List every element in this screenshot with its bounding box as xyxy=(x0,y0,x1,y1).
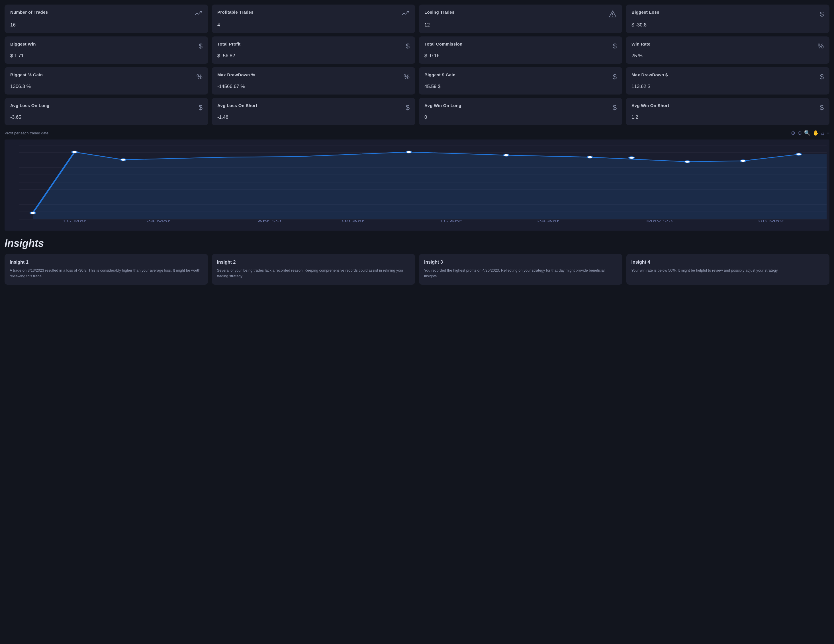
stat-total-profit: Total Profit $ $ -56.82 xyxy=(212,36,415,64)
stat-label-max-drawdown-pct: Max DrawDown % xyxy=(217,72,255,77)
stat-total-commission: Total Commission $ $ -0.16 xyxy=(419,36,622,64)
stat-value-avg-win-long: 0 xyxy=(424,115,617,120)
insights-section: Insights Insight 1 A trade on 3/13/2023 … xyxy=(5,237,829,285)
svg-point-41 xyxy=(684,161,690,163)
insight-text-3: You recorded the highest profits on 4/20… xyxy=(424,268,617,279)
stat-losing-trades: Losing Trades 12 xyxy=(419,5,622,33)
insight-card-4: Insight 4 Your win rate is below 50%. It… xyxy=(626,254,830,285)
svg-text:16 Apr: 16 Apr xyxy=(440,219,462,222)
stat-value-avg-loss-long: -3.65 xyxy=(10,115,202,120)
stat-label-biggest-dollar-gain: Biggest $ Gain xyxy=(424,72,456,77)
stat-label-trades: Number of Trades xyxy=(10,10,48,15)
trades-icon xyxy=(194,10,202,18)
svg-text:24 Mar: 24 Mar xyxy=(146,219,170,222)
insight-card-3: Insight 3 You recorded the highest profi… xyxy=(419,254,622,285)
stats-row-4: Avg Loss On Long $ -3.65 Avg Loss On Sho… xyxy=(5,98,829,125)
chart-section: Profit per each traded date ⊕ ⊖ 🔍 ✋ ⌂ ≡ … xyxy=(5,129,829,231)
stat-label-biggest-pct-gain: Biggest % Gain xyxy=(10,72,43,77)
stat-label-win-rate: Win Rate xyxy=(632,42,650,47)
insight-label-3: Insight 3 xyxy=(424,260,617,265)
max-drawdown-pct-icon: % xyxy=(404,73,410,81)
total-profit-icon: $ xyxy=(406,42,410,50)
svg-point-40 xyxy=(629,157,635,159)
stat-value-avg-win-short: 1.2 xyxy=(632,115,824,120)
stat-value-biggest-loss: $ -30.8 xyxy=(632,22,824,28)
stat-avg-win-long: Avg Win On Long $ 0 xyxy=(419,98,622,125)
stat-biggest-pct-gain: Biggest % Gain % 1306.3 % xyxy=(5,67,208,95)
avg-win-short-icon: $ xyxy=(820,103,824,111)
stat-biggest-loss: Biggest Loss $ $ -30.8 xyxy=(626,5,829,33)
stat-number-of-trades: Number of Trades 16 xyxy=(5,5,208,33)
biggest-loss-icon: $ xyxy=(820,10,824,18)
stat-avg-loss-long: Avg Loss On Long $ -3.65 xyxy=(5,98,208,125)
pan-icon[interactable]: ✋ xyxy=(813,130,819,136)
avg-win-long-icon: $ xyxy=(613,103,617,111)
svg-point-38 xyxy=(504,154,509,156)
insight-text-2: Several of your losing trades lack a rec… xyxy=(217,268,410,279)
insights-grid: Insight 1 A trade on 3/13/2023 resulted … xyxy=(5,254,829,285)
stat-value-biggest-dollar-gain: 45.59 $ xyxy=(424,84,617,89)
chart-svg: 5.90 0.56 -4.79 -10.14 -15.49 -20.84 -26… xyxy=(19,142,827,222)
stat-label-losing: Losing Trades xyxy=(424,10,454,15)
profitable-icon xyxy=(402,10,410,18)
avg-loss-short-icon: $ xyxy=(406,103,410,111)
stats-row-2: Biggest Win $ $ 1.71 Total Profit $ $ -5… xyxy=(5,36,829,64)
max-drawdown-dollar-icon: $ xyxy=(820,73,824,81)
stat-label-avg-win-long: Avg Win On Long xyxy=(424,103,461,108)
zoom-out-icon[interactable]: ⊖ xyxy=(798,130,802,136)
stat-value-max-drawdown-pct: -14566.67 % xyxy=(217,84,410,89)
win-rate-icon: % xyxy=(818,42,824,50)
biggest-pct-gain-icon: % xyxy=(197,73,202,81)
svg-point-35 xyxy=(72,151,78,153)
stat-label-total-profit: Total Profit xyxy=(217,42,241,47)
stat-avg-win-short: Avg Win On Short $ 1.2 xyxy=(626,98,829,125)
stat-value-win-rate: 25 % xyxy=(632,53,824,59)
svg-marker-33 xyxy=(33,152,827,219)
zoom-in-icon[interactable]: ⊕ xyxy=(791,130,795,136)
magnify-icon[interactable]: 🔍 xyxy=(804,130,810,136)
chart-title: Profit per each traded date xyxy=(5,131,48,135)
biggest-win-icon: $ xyxy=(199,42,202,50)
stat-label-avg-loss-short: Avg Loss On Short xyxy=(217,103,257,108)
stat-biggest-win: Biggest Win $ $ 1.71 xyxy=(5,36,208,64)
stat-value-biggest-pct-gain: 1306.3 % xyxy=(10,84,202,89)
stat-value-total-commission: $ -0.16 xyxy=(424,53,617,59)
stat-label-max-drawdown-dollar: Max DrawDown $ xyxy=(632,72,668,77)
svg-point-37 xyxy=(406,151,412,153)
svg-point-42 xyxy=(740,160,746,162)
losing-icon xyxy=(609,10,617,19)
stat-label-avg-loss-long: Avg Loss On Long xyxy=(10,103,50,108)
chart-controls: ⊕ ⊖ 🔍 ✋ ⌂ ≡ xyxy=(791,130,829,136)
svg-point-36 xyxy=(121,158,126,161)
svg-text:24 Apr: 24 Apr xyxy=(537,219,559,222)
stat-value-trades: 16 xyxy=(10,22,202,28)
insight-label-2: Insight 2 xyxy=(217,260,410,265)
svg-point-43 xyxy=(796,153,802,155)
insights-title: Insights xyxy=(5,237,829,249)
stat-label-total-commission: Total Commission xyxy=(424,42,462,47)
stat-biggest-dollar-gain: Biggest $ Gain $ 45.59 $ xyxy=(419,67,622,95)
chart-container: 5.90 0.56 -4.79 -10.14 -15.49 -20.84 -26… xyxy=(5,139,829,231)
stat-value-profitable: 4 xyxy=(217,22,410,28)
stat-profitable-trades: Profitable Trades 4 xyxy=(212,5,415,33)
svg-point-2 xyxy=(613,16,613,16)
insight-text-1: A trade on 3/13/2023 resulted in a loss … xyxy=(10,268,203,279)
stat-value-max-drawdown-dollar: 113.62 $ xyxy=(632,84,824,89)
stat-win-rate: Win Rate % 25 % xyxy=(626,36,829,64)
svg-point-39 xyxy=(587,156,593,158)
stat-value-losing: 12 xyxy=(424,22,617,28)
stat-label-profitable: Profitable Trades xyxy=(217,10,254,15)
insight-label-1: Insight 1 xyxy=(10,260,203,265)
home-icon[interactable]: ⌂ xyxy=(821,130,824,136)
stat-label-avg-win-short: Avg Win On Short xyxy=(632,103,669,108)
svg-point-34 xyxy=(30,212,36,214)
menu-icon[interactable]: ≡ xyxy=(826,130,829,136)
total-commission-icon: $ xyxy=(613,42,617,50)
stat-label-biggest-loss: Biggest Loss xyxy=(632,10,659,15)
chart-header: Profit per each traded date ⊕ ⊖ 🔍 ✋ ⌂ ≡ xyxy=(5,129,829,137)
insight-text-4: Your win rate is below 50%. It might be … xyxy=(632,268,824,273)
svg-text:May '23: May '23 xyxy=(646,219,673,222)
stat-label-biggest-win: Biggest Win xyxy=(10,42,36,47)
stats-row-3: Biggest % Gain % 1306.3 % Max DrawDown %… xyxy=(5,67,829,95)
stat-max-drawdown-dollar: Max DrawDown $ $ 113.62 $ xyxy=(626,67,829,95)
